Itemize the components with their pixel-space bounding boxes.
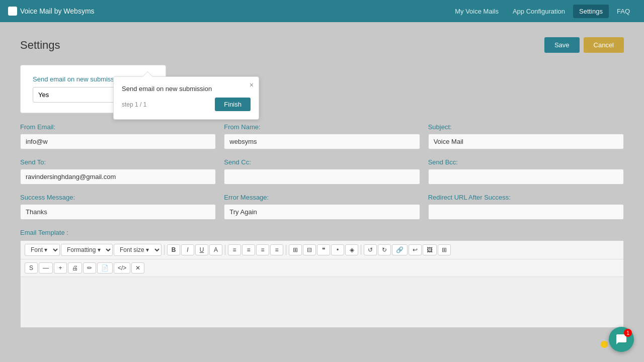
top-navigation: Voice Mail by Websyms My Voice Mails App… — [0, 0, 644, 22]
tooltip-popup: × Send email on new submission step 1 / … — [113, 76, 259, 120]
form-row-1: From Email: From Name: Subject: — [20, 123, 624, 149]
subject-group: Subject: — [428, 123, 624, 149]
email-template-label: Email Template : — [20, 229, 624, 236]
send-to-input[interactable] — [20, 169, 216, 185]
align-right-button[interactable]: ≡ — [256, 244, 269, 255]
page-header: Settings Save Cancel — [20, 37, 624, 53]
image-button[interactable]: 🖼 — [423, 244, 437, 255]
app-logo: Voice Mail by Websyms — [8, 7, 95, 16]
cancel-button[interactable]: Cancel — [584, 37, 624, 53]
outdent-button[interactable]: ⊟ — [303, 244, 316, 255]
superscript-button[interactable]: + — [54, 262, 67, 274]
nav-faq[interactable]: FAQ — [611, 5, 636, 18]
strikethrough-button[interactable]: S — [25, 262, 38, 274]
source-button[interactable]: </> — [114, 262, 130, 274]
nav-my-voice-mails[interactable]: My Voice Mails — [449, 5, 505, 18]
finish-button[interactable]: Finish — [215, 98, 251, 111]
logo-icon — [8, 7, 17, 16]
send-cc-input[interactable] — [224, 169, 420, 185]
nav-app-configuration[interactable]: App Configuration — [507, 5, 571, 18]
toolbar-sep-2 — [225, 245, 225, 255]
link-button[interactable]: 🔗 — [392, 244, 408, 255]
tooltip-step: step 1 / 1 — [122, 101, 146, 108]
from-email-input[interactable] — [20, 134, 216, 149]
toolbar-sep-4 — [361, 245, 361, 255]
send-cc-group: Send Cc: — [224, 158, 420, 185]
unlink-button[interactable]: ↩ — [409, 244, 422, 255]
success-message-group: Success Message: — [20, 194, 216, 220]
send-bcc-input[interactable] — [428, 169, 624, 185]
tooltip-title: Send email on new submission — [122, 85, 251, 93]
from-name-group: From Name: — [224, 123, 420, 149]
from-email-group: From Email: — [20, 123, 216, 149]
from-name-input[interactable] — [224, 134, 420, 149]
header-buttons: Save Cancel — [544, 37, 624, 53]
subject-label: Subject: — [428, 123, 624, 131]
send-bcc-group: Send Bcc: — [428, 158, 624, 185]
send-to-group: Send To: — [20, 158, 216, 185]
table-button[interactable]: ⊞ — [438, 244, 451, 255]
toolbar-sep-3 — [286, 245, 286, 255]
align-left-button[interactable]: ≡ — [228, 244, 241, 255]
redirect-url-label: Redirect URL After Success: — [428, 194, 624, 201]
template-button[interactable]: 📄 — [97, 262, 113, 274]
undo-button[interactable]: ↺ — [364, 244, 377, 255]
from-name-label: From Name: — [224, 123, 420, 131]
chat-widget[interactable]: 1 — [604, 322, 634, 352]
editor-toolbar-row1: Font ▾ Formatting ▾ Font size ▾ B I U A … — [21, 241, 623, 259]
success-message-input[interactable] — [20, 204, 216, 220]
chat-yellow-dot — [601, 341, 608, 348]
font-color-button[interactable]: A — [209, 244, 222, 255]
save-button[interactable]: Save — [544, 37, 580, 53]
unordered-list-button[interactable]: • — [331, 244, 344, 255]
indent-button[interactable]: ⊞ — [289, 244, 302, 255]
align-center-button[interactable]: ≡ — [242, 244, 255, 255]
page-title: Settings — [20, 39, 60, 52]
nav-settings[interactable]: Settings — [573, 5, 609, 18]
subject-input[interactable] — [428, 134, 624, 149]
underline-button[interactable]: U — [195, 244, 208, 255]
error-message-label: Error Message: — [224, 194, 420, 201]
nav-links: My Voice Mails App Configuration Setting… — [449, 5, 636, 18]
font-size-dropdown[interactable]: Font size ▾ — [114, 244, 162, 256]
ordered-list-button[interactable]: ◈ — [345, 244, 358, 255]
form-row-3: Success Message: Error Message: Redirect… — [20, 194, 624, 220]
tooltip-close-button[interactable]: × — [250, 81, 254, 89]
send-bcc-label: Send Bcc: — [428, 158, 624, 166]
error-message-input[interactable] — [224, 204, 420, 220]
from-email-label: From Email: — [20, 123, 216, 131]
clear-format-button[interactable]: ✕ — [131, 262, 144, 274]
settings-form: From Email: From Name: Subject: Send To:… — [20, 123, 624, 328]
main-content: Settings Save Cancel Send email on new s… — [0, 22, 644, 362]
horizontal-rule-button[interactable]: — — [39, 262, 53, 274]
bold-button[interactable]: B — [167, 244, 180, 255]
form-row-2: Send To: Send Cc: Send Bcc: — [20, 158, 624, 185]
send-cc-label: Send Cc: — [224, 158, 420, 166]
print-button[interactable]: 🖨 — [68, 262, 82, 274]
font-dropdown[interactable]: Font ▾ — [25, 244, 60, 256]
logo-text: Voice Mail by Websyms — [20, 7, 95, 15]
highlight-button[interactable]: ✏ — [83, 262, 96, 274]
redo-button[interactable]: ↻ — [378, 244, 391, 255]
blockquote-button[interactable]: ❝ — [317, 244, 330, 255]
success-message-label: Success Message: — [20, 194, 216, 201]
email-template-section: Email Template : Font ▾ Formatting ▾ Fon… — [20, 229, 624, 328]
editor-body[interactable] — [21, 277, 623, 327]
chat-bubble[interactable]: 1 — [609, 327, 634, 352]
send-to-label: Send To: — [20, 158, 216, 166]
editor-toolbar-row2: S — + 🖨 ✏ 📄 </> ✕ — [21, 259, 623, 277]
email-editor: Font ▾ Formatting ▾ Font size ▾ B I U A … — [20, 240, 624, 328]
italic-button[interactable]: I — [181, 244, 194, 255]
redirect-url-input[interactable] — [428, 204, 624, 220]
error-message-group: Error Message: — [224, 194, 420, 220]
redirect-url-group: Redirect URL After Success: — [428, 194, 624, 220]
formatting-dropdown[interactable]: Formatting ▾ — [61, 244, 113, 256]
chat-badge: 1 — [624, 329, 632, 337]
toolbar-sep-1 — [164, 245, 165, 255]
align-justify-button[interactable]: ≡ — [270, 244, 283, 255]
tooltip-footer: step 1 / 1 Finish — [122, 98, 251, 111]
